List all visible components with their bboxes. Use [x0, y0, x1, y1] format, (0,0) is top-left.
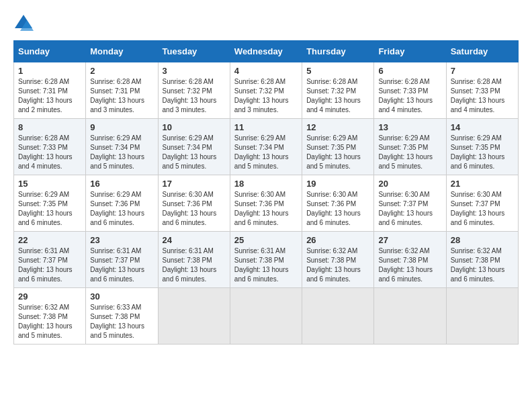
empty-cell — [230, 288, 302, 345]
sunrise-label: Sunrise: 6:29 AM — [306, 134, 357, 142]
sunrise-label: Sunrise: 6:28 AM — [163, 78, 214, 85]
day-number: 3 — [163, 66, 226, 76]
day-number: 10 — [163, 122, 226, 132]
sunrise-label: Sunrise: 6:28 AM — [234, 78, 285, 85]
day-number: 25 — [234, 235, 298, 245]
day-info: Sunrise: 6:29 AM Sunset: 7:35 PM Dayligh… — [378, 134, 441, 171]
day-number: 14 — [451, 122, 514, 132]
day-number: 30 — [90, 291, 153, 302]
sunrise-label: Sunrise: 6:31 AM — [18, 247, 69, 255]
day-info: Sunrise: 6:30 AM Sunset: 7:37 PM Dayligh… — [451, 190, 514, 228]
sunset-label: Sunset: 7:37 PM — [451, 200, 500, 208]
day-info: Sunrise: 6:28 AM Sunset: 7:32 PM Dayligh… — [306, 77, 369, 115]
sunrise-label: Sunrise: 6:30 AM — [378, 191, 429, 198]
day-number: 21 — [451, 179, 514, 189]
daylight-label: Daylight: 13 hours and 5 minutes. — [18, 322, 73, 339]
daylight-label: Daylight: 13 hours and 6 minutes. — [90, 210, 144, 226]
week-row-3: 15 Sunrise: 6:29 AM Sunset: 7:35 PM Dayl… — [14, 175, 519, 232]
sunset-label: Sunset: 7:32 PM — [163, 87, 212, 95]
sunset-label: Sunset: 7:35 PM — [306, 144, 356, 151]
sunrise-label: Sunrise: 6:29 AM — [234, 134, 285, 142]
sunset-label: Sunset: 7:34 PM — [234, 144, 284, 151]
sunset-label: Sunset: 7:37 PM — [378, 200, 428, 208]
empty-cell — [158, 288, 230, 345]
day-info: Sunrise: 6:32 AM Sunset: 7:38 PM Dayligh… — [18, 303, 81, 340]
day-cell-5: 5 Sunrise: 6:28 AM Sunset: 7:32 PM Dayli… — [302, 62, 374, 119]
day-number: 4 — [234, 66, 298, 76]
day-info: Sunrise: 6:29 AM Sunset: 7:35 PM Dayligh… — [18, 190, 81, 228]
sunrise-label: Sunrise: 6:32 AM — [378, 247, 429, 255]
day-cell-17: 17 Sunrise: 6:30 AM Sunset: 7:36 PM Dayl… — [158, 175, 230, 232]
day-cell-23: 23 Sunrise: 6:31 AM Sunset: 7:37 PM Dayl… — [86, 232, 158, 288]
daylight-label: Daylight: 13 hours and 3 minutes. — [234, 97, 289, 113]
sunrise-label: Sunrise: 6:28 AM — [306, 78, 357, 85]
sunrise-label: Sunrise: 6:28 AM — [451, 78, 502, 85]
daylight-label: Daylight: 13 hours and 3 minutes. — [90, 97, 144, 113]
day-info: Sunrise: 6:28 AM Sunset: 7:32 PM Dayligh… — [163, 77, 226, 115]
day-info: Sunrise: 6:29 AM Sunset: 7:34 PM Dayligh… — [163, 134, 226, 171]
daylight-label: Daylight: 13 hours and 6 minutes. — [306, 266, 361, 283]
sunset-label: Sunset: 7:38 PM — [451, 257, 500, 264]
sunrise-label: Sunrise: 6:29 AM — [378, 134, 429, 142]
sunset-label: Sunset: 7:36 PM — [163, 200, 212, 208]
sunrise-label: Sunrise: 6:28 AM — [378, 78, 429, 85]
daylight-label: Daylight: 13 hours and 6 minutes. — [451, 210, 505, 226]
day-cell-16: 16 Sunrise: 6:29 AM Sunset: 7:36 PM Dayl… — [86, 175, 158, 232]
sunrise-label: Sunrise: 6:32 AM — [306, 247, 357, 255]
day-cell-3: 3 Sunrise: 6:28 AM Sunset: 7:32 PM Dayli… — [158, 62, 230, 119]
sunrise-label: Sunrise: 6:30 AM — [234, 191, 285, 198]
day-cell-27: 27 Sunrise: 6:32 AM Sunset: 7:38 PM Dayl… — [374, 232, 446, 288]
sunrise-label: Sunrise: 6:31 AM — [234, 247, 285, 255]
day-number: 16 — [90, 179, 153, 189]
day-number: 1 — [18, 66, 81, 76]
sunset-label: Sunset: 7:32 PM — [234, 87, 284, 95]
daylight-label: Daylight: 13 hours and 6 minutes. — [306, 210, 361, 226]
calendar-table: SundayMondayTuesdayWednesdayThursdayFrid… — [13, 40, 519, 345]
day-number: 6 — [378, 66, 441, 76]
day-info: Sunrise: 6:31 AM Sunset: 7:37 PM Dayligh… — [18, 246, 81, 284]
day-cell-18: 18 Sunrise: 6:30 AM Sunset: 7:36 PM Dayl… — [230, 175, 302, 232]
day-number: 29 — [18, 291, 81, 302]
empty-cell — [302, 288, 374, 345]
sunrise-label: Sunrise: 6:29 AM — [163, 134, 214, 142]
day-cell-9: 9 Sunrise: 6:29 AM Sunset: 7:34 PM Dayli… — [86, 119, 158, 175]
day-info: Sunrise: 6:29 AM Sunset: 7:34 PM Dayligh… — [234, 134, 298, 171]
daylight-label: Daylight: 13 hours and 6 minutes. — [234, 210, 289, 226]
day-cell-24: 24 Sunrise: 6:31 AM Sunset: 7:38 PM Dayl… — [158, 232, 230, 288]
day-info: Sunrise: 6:29 AM Sunset: 7:35 PM Dayligh… — [306, 134, 369, 171]
day-info: Sunrise: 6:29 AM Sunset: 7:36 PM Dayligh… — [90, 190, 153, 228]
day-number: 11 — [234, 122, 298, 132]
day-info: Sunrise: 6:29 AM Sunset: 7:35 PM Dayligh… — [451, 134, 514, 171]
empty-cell — [446, 288, 518, 345]
daylight-label: Daylight: 13 hours and 4 minutes. — [378, 97, 433, 113]
day-cell-6: 6 Sunrise: 6:28 AM Sunset: 7:33 PM Dayli… — [374, 62, 446, 119]
sunset-label: Sunset: 7:33 PM — [378, 87, 428, 95]
daylight-label: Daylight: 13 hours and 3 minutes. — [163, 97, 217, 113]
day-info: Sunrise: 6:32 AM Sunset: 7:38 PM Dayligh… — [306, 246, 369, 284]
day-info: Sunrise: 6:28 AM Sunset: 7:33 PM Dayligh… — [451, 77, 514, 115]
daylight-label: Daylight: 13 hours and 4 minutes. — [306, 97, 361, 113]
day-info: Sunrise: 6:32 AM Sunset: 7:38 PM Dayligh… — [378, 246, 441, 284]
sunrise-label: Sunrise: 6:33 AM — [90, 304, 141, 311]
week-row-1: 1 Sunrise: 6:28 AM Sunset: 7:31 PM Dayli… — [14, 62, 519, 119]
daylight-label: Daylight: 13 hours and 6 minutes. — [18, 266, 73, 283]
sunset-label: Sunset: 7:36 PM — [90, 200, 140, 208]
header-day-thursday: Thursday — [302, 41, 374, 62]
day-number: 24 — [163, 235, 226, 245]
sunset-label: Sunset: 7:34 PM — [163, 144, 212, 151]
day-cell-22: 22 Sunrise: 6:31 AM Sunset: 7:37 PM Dayl… — [14, 232, 86, 288]
day-info: Sunrise: 6:30 AM Sunset: 7:37 PM Dayligh… — [378, 190, 441, 228]
day-cell-20: 20 Sunrise: 6:30 AM Sunset: 7:37 PM Dayl… — [374, 175, 446, 232]
day-number: 18 — [234, 179, 298, 189]
day-info: Sunrise: 6:28 AM Sunset: 7:33 PM Dayligh… — [18, 134, 81, 171]
sunset-label: Sunset: 7:36 PM — [234, 200, 284, 208]
sunset-label: Sunset: 7:34 PM — [90, 144, 140, 151]
day-info: Sunrise: 6:28 AM Sunset: 7:32 PM Dayligh… — [234, 77, 298, 115]
daylight-label: Daylight: 13 hours and 6 minutes. — [163, 266, 217, 283]
logo-icon — [13, 13, 34, 34]
daylight-label: Daylight: 13 hours and 6 minutes. — [234, 266, 289, 283]
sunset-label: Sunset: 7:36 PM — [306, 200, 356, 208]
day-number: 20 — [378, 179, 441, 189]
sunset-label: Sunset: 7:33 PM — [451, 87, 500, 95]
week-row-5: 29 Sunrise: 6:32 AM Sunset: 7:38 PM Dayl… — [14, 288, 519, 345]
